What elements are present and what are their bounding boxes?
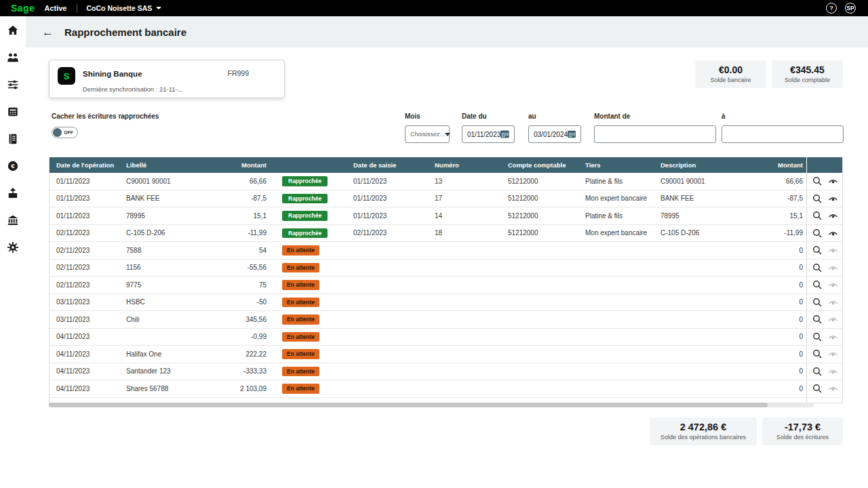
search-icon[interactable] [812,176,822,186]
topbar: Sage Active CoCo Noisette SAS ? SP [0,0,868,16]
scrollbar-thumb[interactable] [49,403,768,407]
cell-libelle: 1156 [119,264,197,271]
search-icon[interactable] [812,367,822,376]
eye-icon[interactable] [828,384,838,392]
bank-icon[interactable] [7,214,19,226]
date-to-input[interactable]: 03/01/2024 [528,125,581,143]
header-numero: Numéro [428,161,502,169]
bank-account-card[interactable]: S Shining Banque Dernière synchronisatio… [49,60,285,98]
table-row[interactable]: 02/11/2023 9775 75 En attente 0 [50,277,842,294]
eye-icon[interactable] [828,315,838,323]
home-icon[interactable] [7,24,19,37]
cell-date-operation: 01/11/2023 [50,195,119,202]
search-icon[interactable] [812,211,822,220]
cell-libelle: 9775 [119,281,197,289]
cell-montant-ecriture: 0 [740,247,806,254]
search-icon[interactable] [812,280,822,289]
table-row[interactable]: 01/11/2023 BANK FEE -87,5 Rapprochée 01/… [50,190,842,208]
euro-icon[interactable]: € [7,160,19,172]
back-button[interactable]: ← [42,26,54,38]
cell-montant-ecriture: 0 [740,264,806,271]
month-select[interactable]: Choisissez... [405,125,450,143]
settings-icon[interactable] [7,241,19,253]
hide-reconciled-toggle[interactable]: OFF [52,127,78,138]
amount-from-label: Montant de [594,113,716,120]
cell-montant-bancaire: 15,1 [197,212,272,220]
eye-icon[interactable] [828,177,838,185]
calculator-icon[interactable] [7,106,19,118]
status-badge: En attente [282,314,319,325]
contacts-icon[interactable] [7,52,19,64]
table-row[interactable]: 01/11/2023 78995 15,1 Rapprochée 01/11/2… [50,207,842,225]
cell-numero: 17 [428,195,502,202]
search-icon[interactable] [812,298,822,307]
header-actions [806,157,844,173]
amount-to-input[interactable] [722,125,844,143]
cell-montant-bancaire: 345,56 [197,316,272,323]
search-icon[interactable] [812,228,822,238]
eye-icon[interactable] [828,298,838,306]
date-from-value: 01/11/2023 [467,131,500,138]
export-icon[interactable] [7,187,19,199]
table-row[interactable]: 04/11/2023 Shares 56788 2 103,09 En atte… [50,380,842,398]
cell-numero: 13 [428,178,502,185]
eye-icon[interactable] [828,350,838,358]
table-row[interactable]: 02/11/2023 1156 -55,56 En attente 0 [50,260,842,277]
table-row[interactable]: En attente [50,398,842,403]
cell-montant-bancaire: -11,99 [197,229,272,237]
header-description: Description [655,161,740,169]
search-icon[interactable] [812,245,822,255]
status-badge: Rapprochée [282,228,328,239]
eye-icon[interactable] [828,264,838,272]
table-row[interactable]: 04/11/2023 -0,99 En attente 0 [50,329,842,346]
search-icon[interactable] [812,194,822,203]
cell-status: En attente [272,263,343,273]
accounting-balance-box: €345.45 Solde comptable [772,60,843,88]
calendar-icon[interactable] [568,129,576,139]
eye-icon[interactable] [828,333,838,341]
table-row[interactable]: 02/11/2023 C-105 D-206 -11,99 Rapprochée… [50,225,842,243]
date-from-label: Date du [462,113,515,120]
cell-status: En attente [272,332,343,342]
table-row[interactable]: 03/11/2023 Chili 345,56 En attente 0 [50,311,842,329]
user-avatar[interactable]: SP [845,3,856,14]
table-row[interactable]: 01/11/2023 C90001 90001 66,66 Rapprochée… [50,173,842,190]
date-from-input[interactable]: 01/11/2023 [462,125,515,143]
journal-icon[interactable] [7,133,19,145]
amount-from-filter: Montant de [594,113,716,143]
search-icon[interactable] [812,332,822,342]
sliders-icon[interactable] [7,79,19,91]
cell-description: 78995 [655,212,740,220]
search-icon[interactable] [812,384,822,393]
cell-actions [806,311,844,328]
search-icon[interactable] [812,314,822,324]
cell-actions [806,190,844,207]
table-row[interactable]: 04/11/2023 Santander 123 -333,33 En atte… [50,363,842,381]
month-filter: Mois Choisissez... [405,113,450,143]
company-selector[interactable]: CoCo Noisette SAS [87,4,162,12]
search-icon[interactable] [812,349,822,359]
cell-tiers: Mon expert bancaire [580,229,655,237]
chevron-down-icon [445,133,450,136]
status-badge: En attente [282,332,319,342]
table-row[interactable]: 04/11/2023 Halifax One 222,22 En attente… [50,346,842,363]
eye-icon[interactable] [828,229,838,237]
eye-icon[interactable] [828,246,838,254]
eye-icon[interactable] [828,195,838,203]
amount-from-input[interactable] [594,125,716,143]
calendar-icon[interactable] [500,129,509,139]
cell-numero: 14 [428,212,502,220]
cell-description: BANK FEE [655,195,740,202]
table-body: 01/11/2023 C90001 90001 66,66 Rapprochée… [50,173,842,398]
cell-description: C90001 90001 [655,178,740,185]
cell-status: En attente [272,245,343,256]
eye-icon[interactable] [828,211,838,220]
company-name: CoCo Noisette SAS [87,4,153,12]
table-row[interactable]: 02/11/2023 7588 54 En attente 0 [50,242,842,260]
eye-icon[interactable] [828,281,838,289]
entries-total-label: Solde des écritures [773,434,832,441]
help-button[interactable]: ? [826,3,837,14]
table-row[interactable]: 03/11/2023 HSBC -50 En attente 0 [50,294,842,312]
eye-icon[interactable] [828,367,838,375]
search-icon[interactable] [812,263,822,272]
